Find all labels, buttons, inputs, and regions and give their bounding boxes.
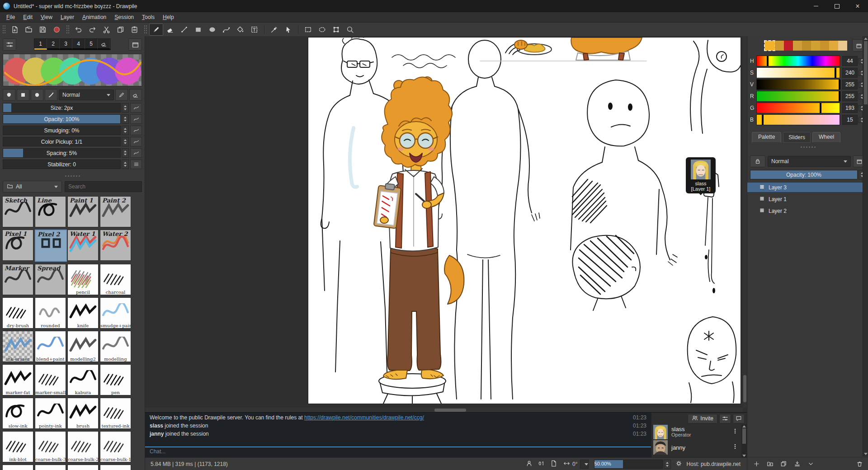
brush-preset-cell-34[interactable]	[67, 465, 99, 470]
invite-button[interactable]: Invite	[688, 414, 717, 423]
pen-mode-button[interactable]	[115, 89, 128, 101]
brush-slot-5[interactable]: 5	[85, 39, 98, 50]
tab-wheel[interactable]: Wheel	[812, 132, 840, 143]
cut-tool[interactable]	[99, 24, 113, 36]
bezier-curve-tool[interactable]	[219, 24, 233, 36]
brush-preset-coarse-bulk-3[interactable]: coarse-bulk-3	[35, 431, 66, 462]
brush-shape-stroke-button[interactable]	[45, 89, 57, 101]
channel-value[interactable]: 255	[842, 80, 858, 89]
pixel-perfect-icon[interactable]	[538, 460, 545, 468]
canvas-vertical-scrollbar[interactable]	[743, 36, 747, 408]
transform-tool[interactable]	[329, 24, 343, 36]
brush-preset-coarse-bulk-1[interactable]: coarse-bulk-1	[100, 431, 131, 462]
rectangle-select-tool[interactable]	[301, 24, 315, 36]
brush-preset-pencil[interactable]: pencil	[67, 264, 99, 295]
setting-stepper[interactable]	[122, 137, 129, 146]
add-group-button[interactable]	[764, 459, 775, 469]
duplicate-layer-button[interactable]	[778, 459, 789, 469]
brush-shape-square-button[interactable]	[17, 89, 29, 101]
brush-preset-ink-eraser[interactable]: ink-eraser	[2, 331, 33, 362]
tab-sliders[interactable]: Sliders	[783, 132, 811, 143]
setting-menu-button[interactable]	[130, 160, 142, 169]
brush-preset-marker-fat[interactable]: marker-fat	[2, 364, 33, 395]
delete-layer-button[interactable]	[854, 459, 865, 469]
color-swatch-1[interactable]	[775, 41, 784, 51]
brush-setting-slider[interactable]: Smudging: 0%	[3, 126, 121, 135]
brush-tag-filter[interactable]: All	[3, 181, 62, 193]
brush-preset-modelling2[interactable]: modelling2	[67, 331, 99, 362]
merge-layer-button[interactable]	[792, 459, 802, 469]
brush-search-input[interactable]	[65, 181, 142, 192]
user-menu-button[interactable]	[732, 428, 738, 436]
setting-stepper[interactable]	[122, 148, 129, 158]
setting-curve-button[interactable]	[130, 126, 142, 135]
brush-dock-float-button[interactable]	[128, 38, 142, 51]
brush-preset-Water 2[interactable]: Water 2	[100, 230, 131, 261]
brush-preset-Pixel 1[interactable]: Pixel 1	[2, 230, 33, 261]
ellipse-tool[interactable]	[205, 24, 219, 36]
undo-tool[interactable]	[71, 24, 85, 36]
channel-bar[interactable]	[756, 79, 840, 90]
color-picker-tool[interactable]	[267, 24, 281, 36]
selection-arrow-tool[interactable]	[281, 24, 295, 36]
freeform-select-tool[interactable]	[315, 24, 329, 36]
layer-lock-button[interactable]	[750, 155, 765, 167]
brush-preset-cell-32[interactable]	[2, 465, 33, 470]
brush-preset-cell-35[interactable]	[100, 465, 131, 470]
add-layer-button[interactable]	[751, 459, 762, 469]
line-tool[interactable]	[177, 24, 191, 36]
save-tool[interactable]	[36, 24, 50, 36]
setting-curve-button[interactable]	[130, 137, 142, 146]
color-swatch-2[interactable]	[784, 41, 793, 51]
brush-preset-Paint 2[interactable]: Paint 2	[100, 196, 131, 227]
brush-preset-Sketch[interactable]: Sketch	[2, 196, 33, 227]
chat-link[interactable]: https://drawpile.net/communities/drawpil…	[304, 414, 424, 421]
brush-preset-smudge+paint[interactable]: smudge+paint	[100, 297, 131, 329]
menu-view[interactable]: View	[37, 13, 57, 21]
annotation-tool[interactable]	[247, 24, 261, 36]
setting-stepper[interactable]	[122, 114, 129, 124]
color-swatch-4[interactable]	[802, 41, 811, 51]
channel-bar[interactable]	[756, 67, 840, 78]
channel-value[interactable]: 15	[842, 115, 858, 125]
canvas-document-icon[interactable]	[550, 460, 557, 468]
channel-bar[interactable]	[756, 56, 840, 66]
dock-divider-handle[interactable]	[0, 175, 145, 178]
copy-tool[interactable]	[113, 24, 127, 36]
channel-value[interactable]: 193	[842, 103, 858, 113]
layer-row-layer-3[interactable]: Layer 3	[747, 183, 868, 192]
rotation-dropdown[interactable]	[580, 460, 589, 469]
brush-preset-cell-33[interactable]	[35, 465, 66, 470]
setting-stepper[interactable]	[122, 126, 129, 135]
channel-value[interactable]: 240	[842, 68, 858, 78]
brush-preset-ink-blot[interactable]: ink-blot	[2, 431, 33, 462]
open-document-tool[interactable]	[22, 24, 36, 36]
gear-icon[interactable]	[675, 460, 682, 468]
canvas[interactable]	[308, 38, 741, 404]
chat-toggle-button[interactable]	[733, 414, 745, 423]
brush-preset-kabura[interactable]: kabura	[67, 364, 99, 395]
color-swatch-5[interactable]	[811, 41, 820, 51]
menu-session[interactable]: Session	[110, 13, 138, 21]
session-user-icon[interactable]	[526, 460, 533, 468]
brush-preset-blend+paint[interactable]: blend+paint	[35, 331, 66, 362]
brush-settings-button[interactable]	[3, 38, 16, 51]
brush-preset-pointy-ink[interactable]: pointy-ink	[35, 398, 66, 429]
user-menu-button[interactable]	[732, 443, 738, 451]
canvas-horizontal-scrollbar[interactable]	[145, 408, 743, 412]
menu-animation[interactable]: Animation	[78, 13, 110, 21]
brush-preset-Pixel 2[interactable]: Pixel 2	[35, 230, 67, 262]
close-button[interactable]: ×	[847, 0, 868, 12]
brush-preset-Water 1[interactable]: Water 1	[67, 230, 99, 261]
brush-setting-slider[interactable]: Color Pickup: 1/1	[3, 137, 121, 146]
zoom-slider[interactable]: 50.00%	[594, 460, 663, 469]
brush-shape-round-button[interactable]	[31, 89, 43, 101]
setting-curve-button[interactable]	[130, 148, 142, 158]
channel-bar[interactable]	[756, 91, 840, 102]
menu-edit[interactable]: Edit	[19, 13, 37, 21]
brush-preset-Line[interactable]: Line	[35, 196, 66, 227]
channel-bar[interactable]	[756, 114, 840, 125]
brush-preset-rounded[interactable]: rounded	[35, 297, 66, 329]
paste-tool[interactable]	[127, 24, 142, 36]
brush-shape-blob-button[interactable]	[3, 89, 15, 101]
